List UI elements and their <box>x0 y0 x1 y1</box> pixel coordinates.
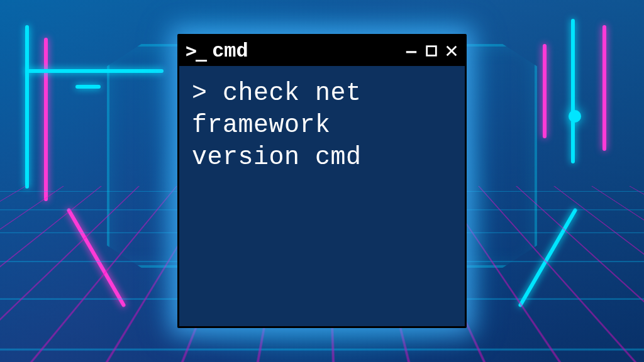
close-button[interactable] <box>445 44 458 58</box>
close-icon <box>445 44 458 58</box>
terminal-prompt-icon: >_ <box>186 41 206 60</box>
prompt-char: > <box>192 79 223 107</box>
maximize-button[interactable] <box>425 44 438 58</box>
titlebar[interactable]: >_ cmd <box>179 36 465 66</box>
terminal-body[interactable]: > check net framework version cmd <box>179 66 465 326</box>
minimize-button[interactable] <box>404 44 418 58</box>
maximize-icon <box>425 44 438 58</box>
svg-rect-1 <box>427 47 436 56</box>
window-controls <box>404 44 458 58</box>
minimize-icon <box>404 44 418 58</box>
terminal-window: >_ cmd > check net framework version cmd <box>177 34 467 328</box>
window-title: cmd <box>212 40 248 63</box>
